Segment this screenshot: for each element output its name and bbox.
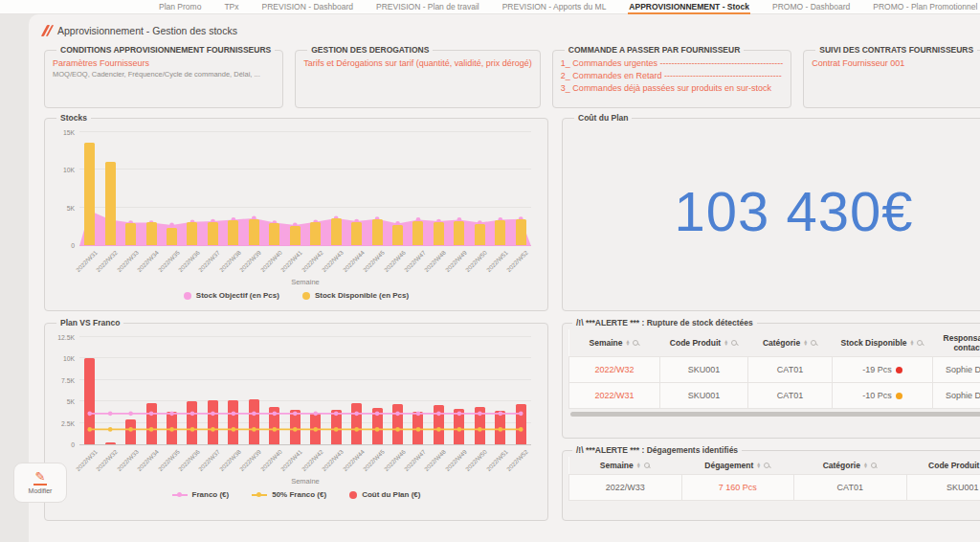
sort-icon[interactable]: ▲▼ <box>636 463 641 469</box>
nav-tab-5[interactable]: APPROVISIONNEMENT - Stock <box>628 0 750 14</box>
bar-2022/W48[interactable] <box>434 222 444 245</box>
nav-tab-2[interactable]: PREVISION - Dashboard <box>261 0 354 14</box>
bar-2022/W39[interactable] <box>249 219 259 245</box>
cell-value: -10 Pcs <box>862 391 892 400</box>
main-grid: Stocks 05K10K15K2022/W312022/W322022/W33… <box>44 113 967 521</box>
search-icon[interactable] <box>811 340 817 347</box>
nav-tab-0[interactable]: Plan Promo <box>158 0 202 14</box>
bar-2022/W36[interactable] <box>187 222 197 245</box>
column-header[interactable]: Dégagement▲▼ <box>681 457 794 475</box>
cell-value: 2022/W33 <box>606 483 645 492</box>
cout-du-plan-panel: Coût du Plan 103 430€ <box>562 113 980 311</box>
bar-2022/W51[interactable] <box>495 220 505 245</box>
y-tick: 10K <box>63 167 75 173</box>
bar-2022/W45[interactable] <box>372 219 383 245</box>
sort-icon[interactable]: ▲▼ <box>803 340 808 347</box>
sort-icon[interactable]: ▲▼ <box>863 463 868 469</box>
column-header[interactable]: Stock Disponible▲▼ <box>833 329 933 357</box>
cout-du-plan-title: Coût du Plan <box>574 113 632 123</box>
bar-2022/W40[interactable] <box>269 223 279 245</box>
column-header[interactable]: Catégorie▲▼ <box>748 329 833 357</box>
plan-vs-franco-title: Plan VS Franco <box>56 318 123 327</box>
sort-icon[interactable]: ▲▼ <box>626 340 631 347</box>
bar-2022/W31[interactable] <box>84 143 95 245</box>
search-icon[interactable] <box>731 340 738 347</box>
bar-2022/W50[interactable] <box>475 224 485 245</box>
legend-dot-icon <box>184 292 191 300</box>
y-tick: 5K <box>67 398 75 405</box>
legend-label: Stock Objectif (en Pcs) <box>196 291 279 300</box>
cell-value: CAT01 <box>777 365 803 374</box>
plan-vs-franco-chart[interactable]: 02.5K5K7.5K10K12.5K2022/W312022/W322022/… <box>53 338 540 499</box>
column-header[interactable]: Semaine▲▼ <box>569 457 682 475</box>
bar-2022/W42[interactable] <box>310 222 321 245</box>
nav-tab-3[interactable]: PREVISION - Plan de travail <box>375 0 480 14</box>
modifier-button-label: Modifier <box>29 487 53 494</box>
bar-2022/W46[interactable] <box>392 225 403 245</box>
bar-2022/W32[interactable] <box>105 162 116 245</box>
sort-icon[interactable]: ▲▼ <box>756 463 761 469</box>
cell-link[interactable]: 2022/W32 <box>594 365 634 374</box>
contrat-fournisseur-link[interactable]: Contrat Fournisseur 001 <box>812 57 977 70</box>
bar-2022/W43[interactable] <box>331 218 342 245</box>
search-icon[interactable] <box>764 463 770 469</box>
search-icon[interactable] <box>871 463 878 469</box>
legend-item[interactable]: Stock Objectif (en Pcs) <box>184 291 279 300</box>
table-row: 2022/W32SKU001CAT01-19 PcsSophie DUPON <box>569 357 980 383</box>
commande-link-3[interactable]: 3_ Commandes déjà passées sur produits e… <box>561 82 783 95</box>
legend-item[interactable]: 50% Franco (€) <box>252 490 326 499</box>
column-header-label: Code Produit <box>928 461 979 470</box>
supplier-panels-row: CONDITIONS APPROVISIONNEMENT FOURNISSEUR… <box>44 45 967 108</box>
bar-2022/W34[interactable] <box>146 222 157 245</box>
modifier-button[interactable]: ✎ Modifier <box>13 463 67 503</box>
nav-tab-4[interactable]: PREVISION - Apports du ML <box>501 0 608 14</box>
column-header[interactable]: Code Produit▲▼ <box>660 329 748 357</box>
bar-2022/W35[interactable] <box>167 228 177 245</box>
panel-contrats: SUIVI DES CONTRATS FOURNISSEURS Contrat … <box>803 45 980 108</box>
bar-2022/W44[interactable] <box>351 222 362 245</box>
column-header-label: Semaine <box>600 461 634 470</box>
search-icon[interactable] <box>917 340 924 347</box>
y-tick: 15K <box>63 129 75 136</box>
x-axis-title: Semaine <box>79 278 531 286</box>
stocks-chart-title: Stocks <box>56 113 91 123</box>
column-header[interactable]: Catégorie▲▼ <box>794 457 907 475</box>
bar-2022/W38[interactable] <box>228 220 238 245</box>
rupture-table-wrap: Semaine▲▼Code Produit▲▼Catégorie▲▼Stock … <box>568 329 980 409</box>
sort-icon[interactable]: ▲▼ <box>910 340 915 347</box>
legend-item[interactable]: Franco (€) <box>172 490 230 499</box>
bar-2022/W37[interactable] <box>208 222 218 245</box>
column-header[interactable]: Responsable à contacter▲▼ <box>933 329 980 357</box>
commande-link-1[interactable]: 1_ Commandes urgentes ------------------… <box>561 57 783 70</box>
bar-2022/W47[interactable] <box>412 221 423 245</box>
legend-item[interactable]: Stock Disponible (en Pcs) <box>302 291 409 300</box>
rupture-table-scrollbar[interactable] <box>570 412 980 417</box>
bar-2022/W52[interactable] <box>516 219 526 245</box>
commande-link-2[interactable]: 2_ Commandes en Retard -----------------… <box>561 70 783 82</box>
cell-link[interactable]: 7 160 Pcs <box>719 483 757 492</box>
sort-icon[interactable]: ▲▼ <box>724 340 728 347</box>
cell-link[interactable]: 2022/W31 <box>594 391 634 400</box>
column-header[interactable]: Code Produit▲▼ <box>906 457 980 475</box>
legend-line-marker-icon <box>172 491 188 499</box>
search-icon[interactable] <box>644 463 651 469</box>
nav-tab-7[interactable]: PROMO - Plan Promotionnel <box>872 0 978 14</box>
column-header-label: Code Produit <box>670 338 721 348</box>
y-tick: 12.5K <box>57 334 75 341</box>
bar-2022/W33[interactable] <box>125 223 136 245</box>
stocks-chart[interactable]: 05K10K15K2022/W312022/W322022/W332022/W3… <box>53 133 540 300</box>
column-header[interactable]: Semaine▲▼ <box>569 329 660 357</box>
legend-item[interactable]: Coût du Plan (€) <box>349 490 420 499</box>
panel-contrats-title: SUIVI DES CONTRATS FOURNISSEURS <box>815 45 977 55</box>
bar-2022/W41[interactable] <box>290 226 301 245</box>
tarifs-derogations-link[interactable]: Tarifs et Dérogations sur tarif (quantit… <box>303 57 532 70</box>
search-icon[interactable] <box>633 340 639 347</box>
parametres-fournisseurs-link[interactable]: Paramètres Fournisseurs <box>53 57 275 70</box>
nav-tabs: Plan PromoTPxPREVISION - DashboardPREVIS… <box>158 0 980 14</box>
page-title: Approvisionnement - Gestion des stocks <box>57 25 237 36</box>
nav-tab-6[interactable]: PROMO - Dashboard <box>771 0 851 14</box>
nav-tab-1[interactable]: TPx <box>223 0 239 14</box>
panel-commandes: COMMANDE A PASSER PAR FOURNISSEUR 1_ Com… <box>552 45 791 108</box>
bar-2022/W49[interactable] <box>454 221 464 245</box>
stocks-chart-panel: Stocks 05K10K15K2022/W312022/W322022/W33… <box>44 113 548 311</box>
